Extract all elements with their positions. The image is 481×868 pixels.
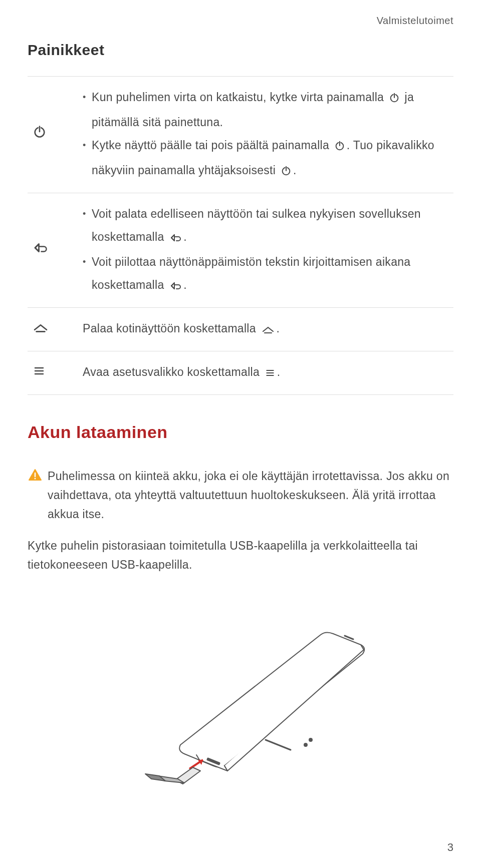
warning-icon [28, 467, 48, 484]
menu-text: Avaa asetusvalikko koskettamalla . [83, 351, 453, 395]
buttons-table: • Kun puhelimen virta on katkaistu, kytk… [28, 76, 453, 395]
menu-icon [265, 362, 276, 385]
bullet-dot: • [83, 134, 92, 157]
page-number: 3 [447, 841, 453, 854]
back-icon [169, 227, 182, 250]
home-icon [33, 323, 49, 336]
bullet-text: Voit palata edelliseen näyttöön tai sulk… [92, 202, 453, 250]
bullet-dot: • [83, 86, 92, 109]
power-icon [281, 161, 292, 184]
section-title-buttons: Painikkeet [28, 42, 453, 59]
power-icon [389, 88, 400, 111]
svg-line-9 [266, 740, 291, 750]
menu-icon [33, 366, 46, 379]
bullet-text: Kun puhelimen virta on katkaistu, kytke … [92, 86, 453, 134]
chapter-label: Valmistelutoimet [28, 15, 453, 27]
bullet-dot: • [83, 250, 92, 274]
bullet-dot: • [83, 202, 92, 226]
row-back: • Voit palata edelliseen näyttöön tai su… [28, 193, 453, 308]
bullet-text: Voit piilottaa näyttönäppäimistön teksti… [92, 250, 453, 298]
svg-point-11 [309, 738, 312, 741]
row-home: Palaa kotinäyttöön koskettamalla . [28, 308, 453, 351]
back-icon [169, 275, 182, 298]
svg-point-10 [304, 743, 307, 746]
home-text: Palaa kotinäyttöön koskettamalla . [83, 308, 453, 351]
power-icon [33, 128, 47, 141]
warning-text: Puhelimessa on kiinteä akku, joka ei ole… [48, 467, 453, 524]
row-menu: Avaa asetusvalikko koskettamalla . [28, 351, 453, 395]
home-icon [261, 319, 275, 342]
back-icon [33, 244, 48, 257]
row-power: • Kun puhelimen virta on katkaistu, kytk… [28, 77, 453, 193]
bullet-text: Kytke näyttö päälle tai pois päältä pain… [92, 134, 453, 184]
power-icon [334, 136, 345, 159]
phone-illustration [28, 595, 453, 787]
warning-block: Puhelimessa on kiinteä akku, joka ei ole… [28, 467, 453, 524]
charging-paragraph: Kytke puhelin pistorasiaan toimitetulla … [28, 537, 453, 575]
section-title-charging: Akun lataaminen [28, 422, 453, 442]
